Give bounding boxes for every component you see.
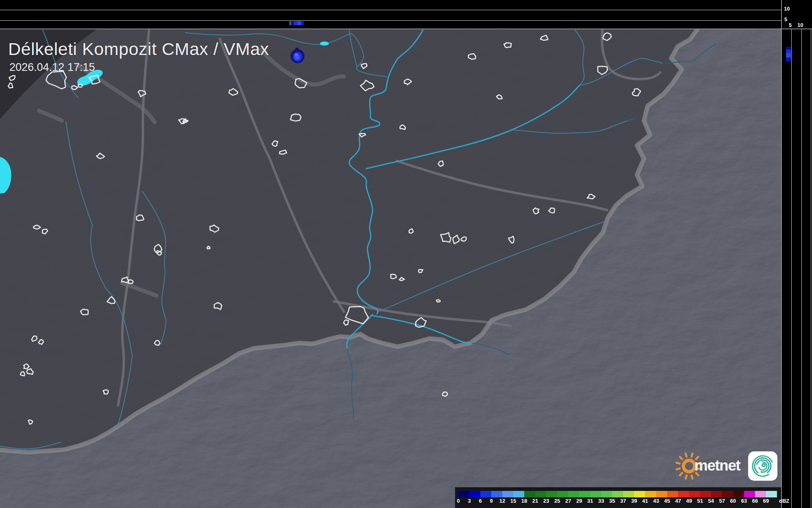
legend-cell — [689, 491, 700, 497]
echo-core-highlight — [294, 53, 298, 56]
legend-cell — [623, 491, 634, 497]
legend-value-label: 31 — [587, 498, 593, 504]
legend-value-label: 45 — [664, 498, 670, 504]
legend-value-label: 57 — [719, 498, 725, 504]
page-title: Délkeleti Kompozit CMax / VMax — [8, 39, 269, 59]
sun-ray — [676, 468, 680, 469]
radar-map — [0, 0, 812, 508]
legend-cell — [711, 491, 722, 497]
legend-value-label: 47 — [675, 498, 681, 504]
top-panel-tick-5: 5 — [784, 17, 787, 22]
top-height-profile-panel — [0, 0, 781, 29]
legend-cell — [744, 491, 755, 497]
legend-value-label: 33 — [598, 498, 604, 504]
legend-cell — [458, 491, 469, 497]
metnet-logo: metnet — [665, 447, 783, 484]
legend-value-label: 51 — [697, 498, 703, 504]
height-gridline-10km — [0, 10, 781, 10]
legend-cell — [480, 491, 491, 497]
legend-cell — [755, 491, 766, 497]
legend-cell — [634, 491, 645, 497]
legend-cell — [546, 491, 557, 497]
legend-cell — [678, 491, 689, 497]
legend-value-label: 0 — [457, 498, 460, 504]
legend-value-label: 12 — [499, 498, 505, 504]
legend-value-label: 35 — [609, 498, 615, 504]
echo-profile-pixel — [786, 47, 791, 50]
legend-cell — [513, 491, 524, 497]
height-gridline-5km-v — [791, 29, 792, 508]
legend-value-label: 43 — [653, 498, 659, 504]
legend-value-label: 60 — [730, 498, 736, 504]
legend-unit-label: dBZ — [779, 498, 789, 504]
legend-cell — [700, 491, 711, 497]
legend-cell — [722, 491, 733, 497]
echo-profile-pixel — [786, 61, 791, 62]
sun-ray — [676, 463, 680, 464]
legend-value-label: 9 — [490, 498, 492, 504]
legend-value-label: 6 — [479, 498, 482, 504]
legend-cell — [612, 491, 623, 497]
panel-separator-vertical — [781, 0, 782, 508]
legend-value-label: 3 — [468, 498, 471, 504]
dbz-color-scale: 0369121518212325272931333537394143454749… — [455, 487, 781, 508]
legend-value-label: 49 — [686, 498, 692, 504]
legend-value-label: 23 — [543, 498, 549, 504]
legend-cell — [502, 491, 513, 497]
spiral-app-icon — [748, 451, 777, 481]
height-gridline-15km-v — [811, 29, 811, 508]
legend-cell — [656, 491, 667, 497]
legend-cell — [568, 491, 579, 497]
legend-cell — [766, 491, 777, 497]
sun-ray — [692, 475, 692, 479]
legend-cell — [491, 491, 502, 497]
legend-cell — [601, 491, 612, 497]
sun-ray — [692, 453, 692, 457]
legend-value-label: 27 — [565, 498, 571, 504]
legend-value-label: 66 — [752, 498, 758, 504]
legend-value-label: 25 — [554, 498, 560, 504]
timestamp: 2026.04.12 17:15 — [9, 61, 95, 74]
legend-value-label: 39 — [631, 498, 637, 504]
echo-profile-pixel — [294, 21, 298, 25]
echo-profile-pixel — [786, 57, 791, 61]
sun-ray — [680, 457, 682, 459]
echo-profile-pixel — [786, 53, 791, 57]
legend-value-label: 21 — [532, 498, 538, 504]
sun-ray — [686, 475, 687, 479]
legend-cell — [667, 491, 678, 497]
echo-profile-pixel — [786, 50, 791, 53]
legend-value-label: 29 — [576, 498, 582, 504]
legend-cell — [645, 491, 656, 497]
legend-value-label: 37 — [620, 498, 626, 504]
legend-value-label: 41 — [642, 498, 648, 504]
sun-ray — [686, 453, 687, 457]
right-panel-tick-10: 10 — [797, 22, 803, 28]
legend-cell — [524, 491, 535, 497]
right-panel-tick-5: 5 — [789, 22, 792, 28]
legend-value-label: 15 — [510, 498, 516, 504]
legend-value-label: 18 — [521, 498, 527, 504]
height-gridline-10km-v — [801, 29, 802, 508]
panel-separator-horizontal — [0, 29, 812, 29]
legend-value-label: 54 — [708, 498, 714, 504]
legend-cell — [579, 491, 590, 497]
radar-composite-screen: 10 5 5 10 Délkeleti Kompozit CMax / VMax… — [0, 0, 812, 508]
legend-cell — [469, 491, 480, 497]
echo-profile-pixel — [298, 21, 301, 25]
legend-cell — [733, 491, 744, 497]
legend-cell — [535, 491, 546, 497]
sun-ray — [680, 473, 682, 475]
legend-cell — [557, 491, 568, 497]
echo-profile-pixel — [291, 21, 294, 25]
logo-text: metnet — [694, 457, 740, 474]
height-gridline-5km — [0, 20, 781, 21]
right-height-profile-panel: 10 5 5 10 — [782, 0, 812, 508]
legend-cell — [590, 491, 601, 497]
top-panel-tick-10: 10 — [784, 6, 790, 11]
legend-value-label: 63 — [741, 498, 747, 504]
echo-profile-pixel — [301, 21, 304, 25]
legend-value-label: 69 — [763, 498, 769, 504]
